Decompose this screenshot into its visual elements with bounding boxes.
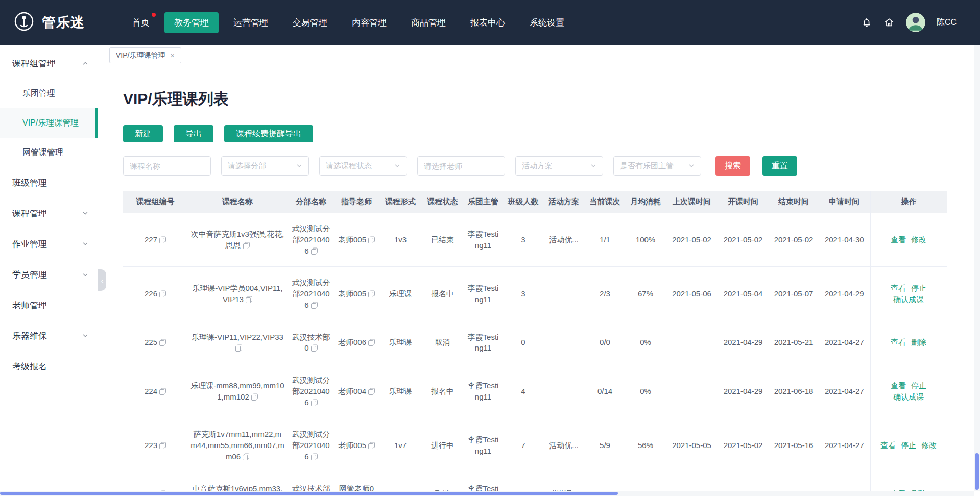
copy-icon[interactable]: [311, 399, 318, 406]
sidebar-item-teacher[interactable]: 老师管理: [0, 290, 98, 320]
nav-menu: 首页教务管理运营管理交易管理内容管理商品管理报表中心系统设置: [123, 12, 574, 33]
sidebar-item-student[interactable]: 学员管理: [0, 259, 98, 290]
sidebar-item-exam[interactable]: 考级报名: [0, 351, 98, 382]
copy-icon[interactable]: [246, 296, 252, 303]
confirm-link[interactable]: 确认成课: [893, 295, 924, 304]
view-link[interactable]: 查看: [891, 381, 906, 390]
filter-course-name-input[interactable]: [123, 156, 211, 176]
view-link[interactable]: 查看: [891, 338, 906, 346]
sidebar-item-course[interactable]: 课程管理: [0, 198, 98, 229]
cell-status: 报名中: [422, 364, 463, 418]
cell-text: 李霞Testing11: [468, 435, 499, 455]
username[interactable]: 陈CC: [937, 17, 957, 28]
copy-icon[interactable]: [368, 339, 375, 346]
export-button[interactable]: 导出: [174, 125, 213, 142]
home-icon[interactable]: [883, 17, 895, 28]
horizontal-scrollbar-thumb[interactable]: [0, 492, 618, 495]
sidebar-item-homework[interactable]: 作业管理: [0, 229, 98, 259]
chevron-down-icon: [82, 271, 88, 278]
cell-text: 3: [521, 235, 525, 244]
reset-button[interactable]: 重置: [762, 156, 797, 176]
copy-icon[interactable]: [311, 344, 318, 352]
filter-teacher-input[interactable]: [417, 156, 505, 176]
stop-link[interactable]: 停止: [911, 381, 926, 390]
copy-icon[interactable]: [159, 236, 166, 243]
cell-apply: 2021-04-27: [819, 321, 870, 364]
copy-icon[interactable]: [159, 388, 166, 395]
tab-close-icon[interactable]: ×: [170, 52, 174, 59]
nav-item-settings[interactable]: 系统设置: [520, 12, 574, 33]
filter-bar: 请选择分部请选课程状态活动方案是否有乐团主管 搜索 重置: [123, 156, 955, 176]
copy-icon[interactable]: [368, 290, 375, 297]
renewal-export-button[interactable]: 课程续费提醒导出: [224, 125, 313, 142]
cell-text: 2021-04-27: [825, 338, 864, 346]
filter-status-select[interactable]: 请选课程状态: [319, 156, 407, 176]
copy-icon[interactable]: [159, 290, 166, 297]
search-button[interactable]: 搜索: [715, 156, 750, 176]
chevron-down-icon: [296, 163, 302, 169]
tab-vip-course[interactable]: VIP/乐理课管理 ×: [109, 47, 181, 63]
confirm-link[interactable]: 确认成课: [893, 392, 924, 401]
copy-icon[interactable]: [368, 442, 375, 449]
copy-icon[interactable]: [311, 453, 318, 460]
horizontal-scrollbar[interactable]: [0, 491, 974, 496]
sidebar-item-course-group[interactable]: 课程组管理: [0, 48, 98, 79]
filter-branch-select[interactable]: 请选择分部: [221, 156, 309, 176]
filter-manager-select[interactable]: 是否有乐团主管: [613, 156, 701, 176]
edit-link[interactable]: 修改: [921, 441, 937, 450]
sidebar-item-label: 考级报名: [12, 361, 47, 373]
edit-link[interactable]: 修改: [911, 235, 926, 244]
filter-plan-select[interactable]: 活动方案: [515, 156, 603, 176]
cell-text: 乐理课-mm88,mm99,mm101,mm102: [190, 381, 284, 401]
column-header: 分部名称: [288, 191, 334, 213]
sidebar-item-vip-course[interactable]: VIP/乐理课管理: [0, 108, 98, 138]
cell-text: 56%: [638, 441, 653, 450]
view-link[interactable]: 查看: [891, 235, 906, 244]
delete-link[interactable]: 删除: [911, 338, 926, 346]
cell-text: 2021-05-02: [724, 441, 763, 450]
cell-text: 老师004: [338, 387, 366, 395]
notification-bell-icon[interactable]: [861, 17, 872, 28]
copy-icon[interactable]: [368, 388, 375, 395]
chevron-up-icon: [82, 60, 88, 66]
view-link[interactable]: 查看: [880, 441, 896, 450]
new-button[interactable]: 新建: [123, 125, 163, 142]
nav-item-products[interactable]: 商品管理: [401, 12, 456, 33]
copy-icon[interactable]: [243, 242, 250, 249]
cell-id: 225: [123, 321, 187, 364]
sidebar-item-online-course[interactable]: 网管课管理: [0, 138, 98, 167]
view-link[interactable]: 查看: [891, 284, 906, 292]
copy-icon[interactable]: [159, 442, 166, 449]
cell-form: 乐理课: [378, 321, 422, 364]
sidebar-item-instrument[interactable]: 乐器维保: [0, 320, 98, 351]
nav-item-content[interactable]: 内容管理: [342, 12, 396, 33]
copy-icon[interactable]: [251, 393, 258, 401]
sidebar-collapse-handle[interactable]: ‹: [98, 269, 106, 291]
copy-icon[interactable]: [235, 344, 242, 352]
vertical-scrollbar-thumb[interactable]: [975, 453, 979, 490]
nav-item-academic[interactable]: 教务管理: [164, 12, 219, 33]
copy-icon[interactable]: [311, 302, 318, 309]
cell-plan: 活动优...: [543, 213, 585, 267]
avatar[interactable]: [906, 13, 925, 32]
sidebar-item-class[interactable]: 班级管理: [0, 167, 98, 198]
stop-link[interactable]: 停止: [901, 441, 916, 450]
vertical-scrollbar[interactable]: [974, 45, 980, 491]
nav-item-operations[interactable]: 运营管理: [224, 12, 278, 33]
copy-icon[interactable]: [159, 339, 166, 346]
cell-text: 225: [145, 338, 157, 346]
nav-item-home[interactable]: 首页: [123, 12, 159, 33]
top-navbar: 管乐迷 首页教务管理运营管理交易管理内容管理商品管理报表中心系统设置 陈CC: [0, 0, 980, 45]
chevron-down-icon: [82, 241, 88, 247]
nav-item-reports[interactable]: 报表中心: [461, 12, 515, 33]
cell-end: 2021-06-18: [769, 364, 819, 418]
cell-text: 老师005: [338, 441, 366, 450]
stop-link[interactable]: 停止: [911, 284, 926, 292]
cell-text: 1v7: [394, 441, 407, 450]
cell-count: 4: [504, 364, 543, 418]
nav-item-transactions[interactable]: 交易管理: [283, 12, 337, 33]
copy-icon[interactable]: [243, 453, 249, 460]
copy-icon[interactable]: [311, 247, 318, 255]
copy-icon[interactable]: [368, 236, 375, 243]
sidebar-item-orchestra[interactable]: 乐团管理: [0, 79, 98, 108]
